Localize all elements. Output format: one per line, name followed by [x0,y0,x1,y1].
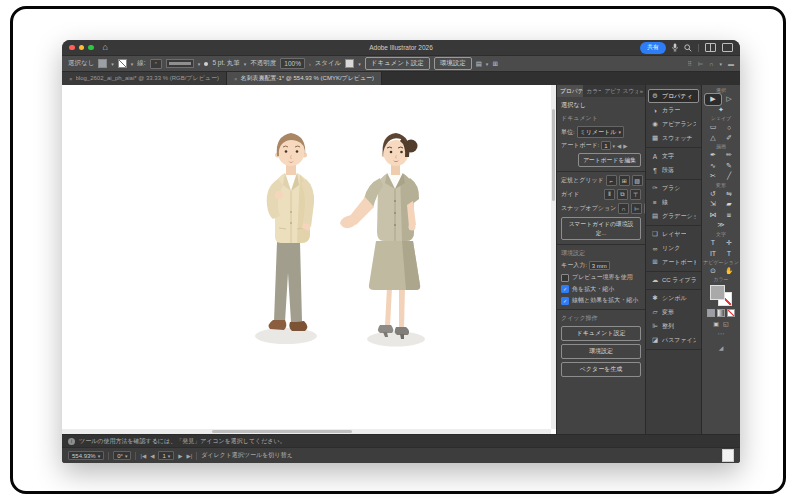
panel-cc-libraries[interactable]: ☁CC ライブラリ [648,273,699,287]
chevron-down-icon[interactable]: ▾ [719,61,722,67]
none-mode-icon[interactable] [727,309,735,317]
artboard-prev-icon[interactable]: ◀ [617,143,621,149]
gradient-mode-icon[interactable] [717,309,725,317]
minimize-window-button[interactable] [79,45,85,51]
panel-symbols[interactable]: ✱シンボル [648,291,699,305]
chevron-down-icon[interactable]: ▾ [125,453,128,459]
workspace-icon[interactable] [705,43,716,52]
artboard-number-field[interactable]: 1 [601,141,610,150]
chevron-down-icon[interactable]: ▾ [358,61,361,67]
show-guides-icon[interactable]: ⫴ [604,189,615,200]
arrange-icon[interactable]: ▤ [476,60,482,68]
vertical-scrollbar-thumb[interactable] [552,109,555,201]
color-mode-icon[interactable] [707,309,715,317]
smart-guides-preferences-button[interactable]: スマートガイドの環境設定... [561,217,641,240]
panel-color[interactable]: ◑カラー [648,103,699,117]
panel-layers[interactable]: ❏レイヤー [648,227,699,241]
panel-properties[interactable]: ⚙プロパティ [648,89,699,103]
selection-tool[interactable]: ▶ [705,94,721,105]
style-swatch[interactable] [345,59,354,68]
checkbox[interactable]: ✓ [561,297,569,305]
horizontal-scrollbar-thumb[interactable] [212,430,352,433]
edit-artboards-button[interactable]: アートボードを編集 [578,153,641,167]
previous-artboard-icon[interactable]: ◀ [150,453,154,459]
line-tool[interactable]: ╱ [721,171,737,182]
quick-action-button[interactable]: ドキュメント設定 [561,326,641,341]
last-artboard-icon[interactable]: ▶| [186,453,192,459]
draw-behind-icon[interactable]: ◱ [723,320,729,327]
panel-pathfinder[interactable]: ◪パスファイン.. [648,333,699,347]
lock-guides-icon[interactable]: ⧉ [617,189,628,200]
tab-swatches[interactable]: スウォ [620,85,638,97]
stroke-weight-stepper[interactable]: ⌃ [150,59,162,69]
tab-properties[interactable]: プロパティ [557,85,583,97]
snap-to-point-icon[interactable]: ∩ [618,203,629,214]
touch-type-tool[interactable]: ✛ [721,238,737,249]
artboard-nav-field[interactable]: 1▾ [158,451,174,460]
panel-overflow-icon[interactable]: » [638,85,645,97]
document-tab[interactable]: ×blog_2602_ai_ph_aiai* @ 33.33 % (RGB/プレ… [62,72,227,85]
artboard-next-icon[interactable]: ▶ [623,143,627,149]
snap-options-icon[interactable]: ∩ [709,61,713,67]
rotate-tool[interactable]: ↺ [705,189,721,200]
knife-tool[interactable]: ✂ [705,171,721,182]
home-icon[interactable]: ⌂ [103,43,108,52]
panel-gradient[interactable]: ▤グラデーショ.. [648,209,699,223]
scale-tool[interactable]: ⇲ [705,199,721,210]
draw-normal-icon[interactable]: ▣ [713,320,719,327]
direct-selection-tool[interactable]: ▷ [721,94,737,105]
panel-stroke[interactable]: ≡線 [648,195,699,209]
vertical-type-tool[interactable]: T [721,248,737,259]
zoom-level-dropdown[interactable]: 554.93%▾ [68,451,104,460]
document-tab[interactable]: ×名刺表裏配置-1* @ 554.93 % (CMYK/プレビュー) [227,72,382,85]
ellipse-tool[interactable]: ○ [721,122,737,133]
first-artboard-icon[interactable]: |◀ [140,453,146,459]
opacity-field[interactable]: 100% [280,58,305,69]
artboard-tool-icon[interactable]: ⊞ [492,60,497,68]
type-tool[interactable]: T [705,238,721,249]
share-button[interactable]: 共有 [640,42,666,54]
horizontal-scrollbar[interactable] [62,429,551,434]
menu-icon[interactable]: ▬ [728,61,734,67]
chevron-down-icon[interactable]: ▾ [168,453,171,459]
panel-align[interactable]: ⊫整列 [648,319,699,333]
collapse-icon[interactable]: ◢ [719,344,724,351]
ruler-icon[interactable]: ⌐ [606,175,617,186]
canvas[interactable] [62,85,556,434]
stroke-swatch[interactable] [118,59,127,68]
stroke-profile-dropdown[interactable] [166,59,194,68]
chevron-down-icon[interactable]: ▾ [244,61,247,67]
align-icon[interactable]: ⊨ [698,60,703,67]
pen-tool[interactable]: ✒ [705,150,721,161]
rotation-dropdown[interactable]: 0°▾ [113,451,131,460]
preferences-button[interactable]: 環境設定 [434,57,472,70]
chevron-down-icon[interactable]: ▾ [98,453,101,459]
checkbox[interactable]: ✓ [561,285,569,293]
zoom-tool[interactable]: ⊙ [705,266,721,277]
search-icon[interactable] [684,44,692,52]
area-type-tool[interactable]: IT [705,248,721,259]
chevron-down-icon[interactable]: ▾ [613,143,616,149]
rectangle-tool[interactable]: ▭ [705,122,721,133]
chevron-down-icon[interactable]: ▾ [111,61,114,67]
snap-pixel-icon[interactable]: ⠿ [688,60,692,67]
microphone-icon[interactable] [672,43,678,52]
next-artboard-icon[interactable]: ▶ [178,453,182,459]
magic-wand-tool[interactable]: ✦ [713,105,729,116]
more-tools[interactable]: ≫ [713,220,729,231]
tab-close-icon[interactable]: × [234,76,238,82]
fill-swatch[interactable] [98,59,107,68]
panel-artboards[interactable]: ⊞アートボード [648,255,699,269]
vertical-scrollbar[interactable] [551,85,556,429]
snap-to-grid-icon[interactable]: ⊨ [631,203,642,214]
width-tool[interactable]: ⋈ [705,210,721,221]
transparency-grid-icon[interactable]: ▨ [632,175,643,186]
fill-color-swatch[interactable] [710,285,725,300]
panel-appearance[interactable]: ◉アピアランス [648,117,699,131]
edit-toolbar-icon[interactable]: ⋯ [718,330,725,338]
brush-definition-dropdown[interactable]: 5 pt. 丸筆 [212,59,239,68]
chevron-down-icon[interactable]: ▾ [131,61,134,67]
curvature-tool[interactable]: ∿ [705,161,721,172]
chevron-down-icon[interactable]: ▾ [618,129,621,135]
checkbox[interactable] [561,274,569,282]
